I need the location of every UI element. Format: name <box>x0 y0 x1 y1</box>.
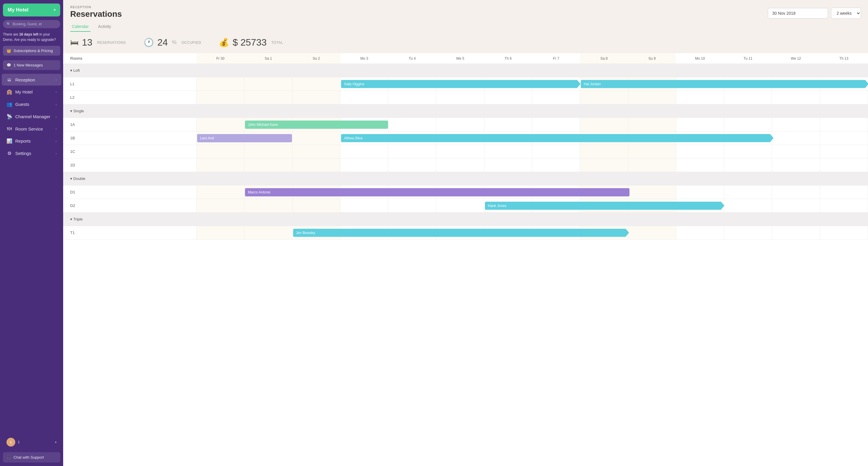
cell-L2-day-1[interactable] <box>244 91 292 105</box>
cell-L2-day-0[interactable] <box>196 91 244 105</box>
sidebar-item-guests[interactable]: 👥 Guests › <box>2 98 61 110</box>
cell-T1-day-1[interactable] <box>244 226 292 240</box>
cell-T1-day-0[interactable] <box>196 226 244 240</box>
sidebar-item-room-service[interactable]: 🍽 Room Service › <box>2 123 61 135</box>
cell-1C-day-3[interactable] <box>340 145 388 158</box>
booking-john-michael-kane[interactable]: John Michael Kane <box>245 120 388 129</box>
cell-1A-day-6[interactable] <box>484 118 532 132</box>
cell-1B-day-12[interactable] <box>772 132 820 145</box>
cell-1C-day-4[interactable] <box>388 145 436 158</box>
sidebar-item-reception[interactable]: 🛎 Reception › <box>2 74 61 86</box>
sidebar-item-settings[interactable]: ⚙ Settings › <box>2 147 61 159</box>
booking-hal-jordan[interactable]: Hal Jordan <box>581 80 868 88</box>
user-menu[interactable]: I I ▾ <box>2 435 61 449</box>
cell-L2-day-13[interactable] <box>820 91 868 105</box>
cell-1D-day-1[interactable] <box>244 158 292 172</box>
cell-L2-day-2[interactable] <box>292 91 340 105</box>
tab-calendar[interactable]: Calendar <box>70 22 90 32</box>
cell-D2-day-4[interactable] <box>388 199 436 212</box>
cell-L1-day-8[interactable]: Hal Jordan <box>580 77 628 91</box>
cell-1D-day-11[interactable] <box>724 158 772 172</box>
cell-1D-day-13[interactable] <box>820 158 868 172</box>
cell-L2-day-12[interactable] <box>772 91 820 105</box>
cell-1A-day-1[interactable]: John Michael Kane <box>244 118 292 132</box>
cell-T1-day-11[interactable] <box>724 226 772 240</box>
tab-activity[interactable]: Activity <box>96 22 113 32</box>
cell-T1-day-9[interactable] <box>628 226 676 240</box>
hotel-selector[interactable]: My Hotel ▾ <box>3 3 60 17</box>
cell-1B-day-13[interactable] <box>820 132 868 145</box>
cell-1C-day-6[interactable] <box>484 145 532 158</box>
cell-L2-day-11[interactable] <box>724 91 772 105</box>
cell-D1-day-10[interactable] <box>676 185 724 199</box>
cell-1B-day-3[interactable]: Althea Silva <box>340 132 388 145</box>
cell-1C-day-13[interactable] <box>820 145 868 158</box>
cell-1D-day-10[interactable] <box>676 158 724 172</box>
cell-L1-day-1[interactable] <box>244 77 292 91</box>
cell-1C-day-0[interactable] <box>196 145 244 158</box>
cell-D1-day-12[interactable] <box>772 185 820 199</box>
cell-L2-day-8[interactable] <box>580 91 628 105</box>
cell-L2-day-7[interactable] <box>532 91 580 105</box>
cell-T1-day-12[interactable] <box>772 226 820 240</box>
cell-1A-day-5[interactable] <box>436 118 484 132</box>
cell-1A-day-9[interactable] <box>628 118 676 132</box>
cell-1D-day-12[interactable] <box>772 158 820 172</box>
cell-L2-day-5[interactable] <box>436 91 484 105</box>
cell-D1-day-0[interactable] <box>196 185 244 199</box>
cell-D2-day-5[interactable] <box>436 199 484 212</box>
cell-1A-day-7[interactable] <box>532 118 580 132</box>
booking-sally-higgins[interactable]: Sally Higgins <box>341 80 581 88</box>
cell-1D-day-8[interactable] <box>580 158 628 172</box>
cell-1A-day-11[interactable] <box>724 118 772 132</box>
cell-1C-day-1[interactable] <box>244 145 292 158</box>
cell-1A-day-8[interactable] <box>580 118 628 132</box>
booking-lars-and[interactable]: Lars And <box>197 134 292 142</box>
cell-D2-day-11[interactable] <box>724 199 772 212</box>
cell-1D-day-0[interactable] <box>196 158 244 172</box>
booking-jen-beasley[interactable]: Jen Beasley <box>293 229 629 237</box>
search-bar[interactable]: 🔍 Booking, Guest, et <box>3 20 60 28</box>
cell-1A-day-0[interactable] <box>196 118 244 132</box>
cell-1B-day-2[interactable] <box>292 132 340 145</box>
chat-support-button[interactable]: 🎧 Chat with Support <box>3 452 60 463</box>
cell-1B-day-0[interactable]: Lars And <box>196 132 244 145</box>
cell-1C-day-8[interactable] <box>580 145 628 158</box>
cell-L2-day-9[interactable] <box>628 91 676 105</box>
cell-1D-day-6[interactable] <box>484 158 532 172</box>
booking-althea-silva[interactable]: Althea Silva <box>341 134 774 142</box>
sidebar-item-reports[interactable]: 📊 Reports › <box>2 135 61 147</box>
cell-1A-day-10[interactable] <box>676 118 724 132</box>
cell-1C-day-2[interactable] <box>292 145 340 158</box>
cell-1A-day-12[interactable] <box>772 118 820 132</box>
sidebar-item-my-hotel[interactable]: 🏨 My Hotel › <box>2 86 61 98</box>
cell-T1-day-2[interactable]: Jen Beasley <box>292 226 340 240</box>
cell-1D-day-4[interactable] <box>388 158 436 172</box>
cell-1C-day-5[interactable] <box>436 145 484 158</box>
cell-1D-day-7[interactable] <box>532 158 580 172</box>
cell-L1-day-0[interactable] <box>196 77 244 91</box>
sidebar-item-channel-manager[interactable]: 📡 Channel Manager › <box>2 111 61 123</box>
week-selector[interactable]: 2 weeks 1 week 1 month <box>831 8 861 19</box>
booking-marco-antonio[interactable]: Marco Antonio <box>245 188 629 196</box>
cell-L2-day-6[interactable] <box>484 91 532 105</box>
cell-L2-day-4[interactable] <box>388 91 436 105</box>
upgrade-button[interactable]: 👑 Subscriptions & Pricing <box>3 46 60 56</box>
cell-D2-day-13[interactable] <box>820 199 868 212</box>
cell-T1-day-10[interactable] <box>676 226 724 240</box>
cell-1A-day-13[interactable] <box>820 118 868 132</box>
cell-L2-day-10[interactable] <box>676 91 724 105</box>
cell-D2-day-2[interactable] <box>292 199 340 212</box>
cell-1D-day-9[interactable] <box>628 158 676 172</box>
booking-hank-jones[interactable]: Hank Jones <box>485 202 724 210</box>
cell-D2-day-1[interactable] <box>244 199 292 212</box>
cell-T1-day-13[interactable] <box>820 226 868 240</box>
cell-L2-day-3[interactable] <box>340 91 388 105</box>
cell-D2-day-0[interactable] <box>196 199 244 212</box>
cell-1C-day-10[interactable] <box>676 145 724 158</box>
calendar-table-wrapper[interactable]: RoomsFr 30Sa 1Su 2Mo 3Tu 4We 5Th 6Fr 7Sa… <box>63 53 868 466</box>
cell-1C-day-11[interactable] <box>724 145 772 158</box>
cell-L1-day-2[interactable] <box>292 77 340 91</box>
cell-1C-day-7[interactable] <box>532 145 580 158</box>
cell-D2-day-12[interactable] <box>772 199 820 212</box>
